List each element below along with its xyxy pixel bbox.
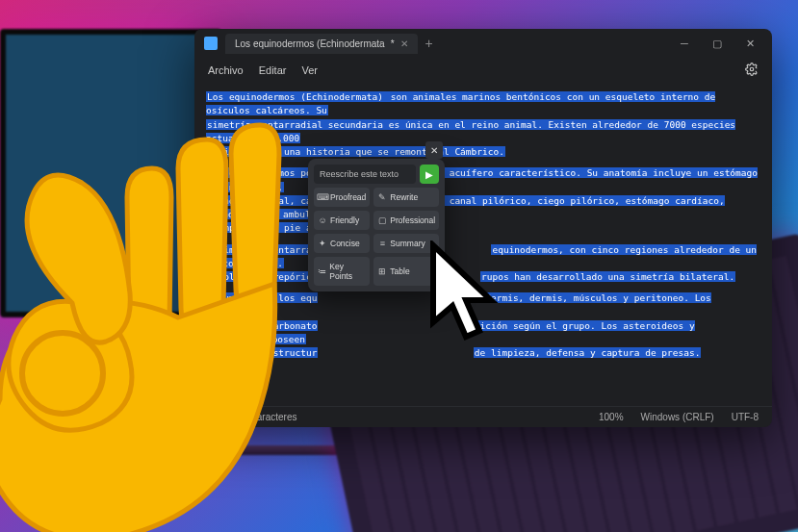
ai-table-button[interactable]: ⊞Table — [373, 257, 439, 286]
rewrite-icon: ✎ — [377, 192, 387, 202]
ai-keypoints-button[interactable]: ≔Key Points — [314, 257, 370, 286]
ai-professional-button[interactable]: ▢Professional — [373, 211, 439, 230]
tab-modified-indicator: * — [391, 38, 395, 49]
text-editor[interactable]: Los equinodermos (Echinodermata) son ani… — [194, 83, 772, 406]
ai-submit-button[interactable]: ▶ — [420, 165, 439, 184]
ai-summary-button[interactable]: ≡Summary — [373, 234, 439, 253]
document-tab[interactable]: Los equinodermos (Echinodermata * ✕ — [225, 34, 418, 54]
popup-close-button[interactable]: ✕ — [425, 141, 443, 159]
friendly-icon: ☺ — [318, 215, 327, 225]
status-zoom[interactable]: 100% — [599, 412, 624, 422]
menubar: Archivo Editar Ver — [194, 58, 772, 83]
maximize-button[interactable]: ▢ — [701, 31, 734, 56]
titlebar: Los equinodermos (Echinodermata * ✕ + ─ … — [194, 29, 772, 58]
play-icon: ▶ — [425, 169, 433, 180]
table-icon: ⊞ — [377, 266, 387, 276]
settings-gear-icon[interactable] — [745, 63, 759, 78]
svg-point-0 — [750, 67, 754, 71]
status-bar: Ln 1 0 caracteres 100% Windows (CRLF) UT… — [194, 406, 772, 427]
tab-close-icon[interactable]: ✕ — [400, 38, 408, 49]
ai-proofread-button[interactable]: ⌨Proofread — [314, 188, 370, 207]
new-tab-button[interactable]: + — [425, 36, 433, 51]
summary-icon: ≡ — [377, 239, 387, 248]
ai-rewrite-button[interactable]: ✎Rewrite — [373, 188, 439, 207]
proofread-icon: ⌨ — [318, 192, 327, 202]
status-encoding[interactable]: UTF-8 — [732, 412, 759, 422]
minimize-button[interactable]: ─ — [668, 31, 701, 56]
concise-icon: ✦ — [318, 239, 327, 248]
menu-edit[interactable]: Editar — [259, 64, 287, 76]
text-selection: Los equinodermos (Echinodermata) — [206, 91, 384, 102]
menu-file[interactable]: Archivo — [208, 64, 244, 76]
ai-actions-grid: ⌨Proofread ✎Rewrite ☺Friendly ▢Professio… — [314, 188, 439, 286]
tab-title: Los equinodermos (Echinodermata — [235, 38, 385, 49]
ai-concise-button[interactable]: ✦Concise — [314, 234, 370, 253]
professional-icon: ▢ — [377, 215, 387, 225]
ai-prompt-input[interactable]: Reescribe este texto — [314, 165, 416, 184]
menu-view[interactable]: Ver — [301, 64, 318, 76]
app-icon — [204, 37, 218, 50]
close-button[interactable]: ✕ — [734, 31, 766, 56]
ai-friendly-button[interactable]: ☺Friendly — [314, 211, 370, 230]
status-eol[interactable]: Windows (CRLF) — [641, 412, 714, 422]
keypoints-icon: ≔ — [318, 266, 326, 276]
status-line: Ln 1 — [208, 412, 226, 422]
notepad-window: Los equinodermos (Echinodermata * ✕ + ─ … — [194, 29, 772, 427]
status-chars: 0 caracteres — [244, 412, 296, 422]
ai-rewrite-popup: ✕ Reescribe este texto ▶ ⌨Proofread ✎Rew… — [308, 159, 445, 291]
